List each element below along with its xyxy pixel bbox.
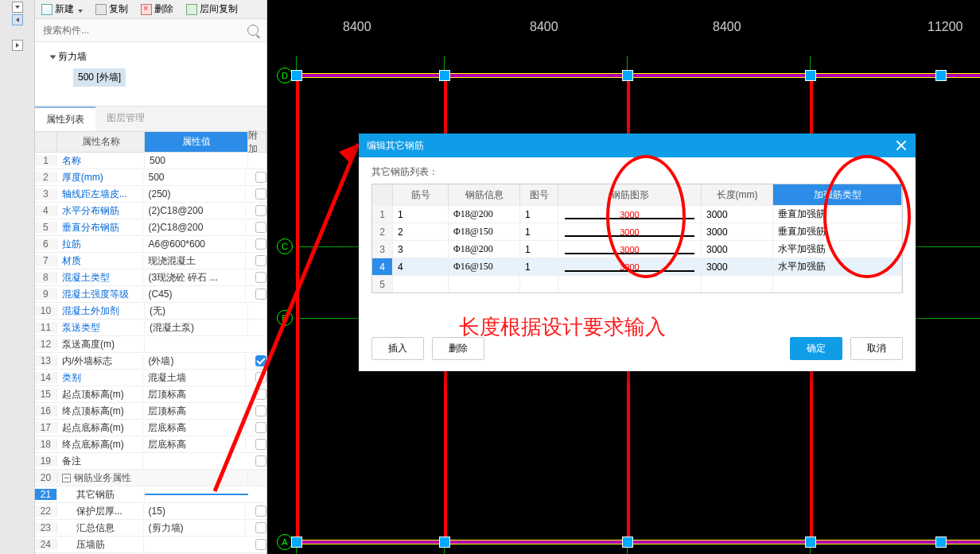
dimension-text: 8400 xyxy=(713,20,741,34)
panel-collapse-control[interactable] xyxy=(12,2,23,13)
col-bar-number[interactable]: 筋号 xyxy=(393,184,449,205)
layercopy-label: 层间复制 xyxy=(200,2,238,16)
copy-icon xyxy=(95,4,107,15)
tree-root-label: 剪力墙 xyxy=(58,50,87,64)
annotation-circle xyxy=(823,155,911,278)
new-icon xyxy=(41,4,52,15)
dialog-title: 编辑其它钢筋 xyxy=(367,139,424,153)
annotation-circle xyxy=(606,155,686,278)
tree-node-root[interactable]: 剪力墙 xyxy=(51,50,257,64)
annotation-text: 长度根据设计要求输入 xyxy=(459,313,980,341)
panel-control[interactable] xyxy=(12,14,23,25)
new-button[interactable]: 新建 xyxy=(38,1,86,17)
search-input[interactable] xyxy=(40,21,247,39)
annotation-arrow xyxy=(215,138,382,498)
dialog-titlebar[interactable]: 编辑其它钢筋 xyxy=(359,134,916,157)
svg-line-0 xyxy=(215,144,358,491)
axis-label: A xyxy=(277,534,293,550)
axis-label: D xyxy=(277,68,293,83)
panel-control[interactable] xyxy=(12,40,23,51)
component-toolbar: 新建 复制 删除 层间复制 xyxy=(35,0,266,19)
copy-button[interactable]: 复制 xyxy=(92,1,131,17)
layercopy-button[interactable]: 层间复制 xyxy=(183,1,241,17)
dropdown-icon xyxy=(76,4,83,15)
panel-tabs: 属性列表 图层管理 xyxy=(35,106,266,132)
col-figure-number[interactable]: 图号 xyxy=(520,184,558,205)
tab-properties[interactable]: 属性列表 xyxy=(35,107,95,131)
table-row[interactable]: 5 xyxy=(372,275,902,292)
delete-button[interactable]: 删除 xyxy=(138,1,177,17)
attach-checkbox[interactable] xyxy=(255,506,266,517)
col-length[interactable]: 长度(mm) xyxy=(702,184,773,205)
property-row[interactable]: 22保护层厚...(15) xyxy=(35,503,266,520)
caret-icon xyxy=(50,55,56,59)
delete-icon xyxy=(141,4,152,15)
new-label: 新建 xyxy=(55,2,74,16)
close-icon[interactable] xyxy=(895,139,908,152)
dimension-text: 8400 xyxy=(530,20,558,34)
header-name: 属性名称 xyxy=(57,132,145,152)
attach-checkbox[interactable] xyxy=(255,522,266,533)
search-icon[interactable] xyxy=(247,25,259,36)
layercopy-icon xyxy=(186,4,197,15)
dimension-text: 8400 xyxy=(343,20,371,34)
tree-leaf-selected[interactable]: 500 [外墙] xyxy=(73,68,126,87)
insert-button[interactable]: 插入 xyxy=(371,337,424,360)
attach-checkbox[interactable] xyxy=(255,539,266,550)
property-row[interactable]: 23汇总信息(剪力墙) xyxy=(35,520,266,537)
component-tree: 剪力墙 500 [外墙] xyxy=(35,42,266,106)
copy-label: 复制 xyxy=(109,2,128,16)
tab-layers[interactable]: 图层管理 xyxy=(95,107,156,131)
delete-label: 删除 xyxy=(154,2,173,16)
col-rebar-info[interactable]: 钢筋信息 xyxy=(449,184,520,205)
dimension-text: 11200 xyxy=(928,20,963,34)
property-row[interactable]: 24压墙筋 xyxy=(35,537,266,553)
